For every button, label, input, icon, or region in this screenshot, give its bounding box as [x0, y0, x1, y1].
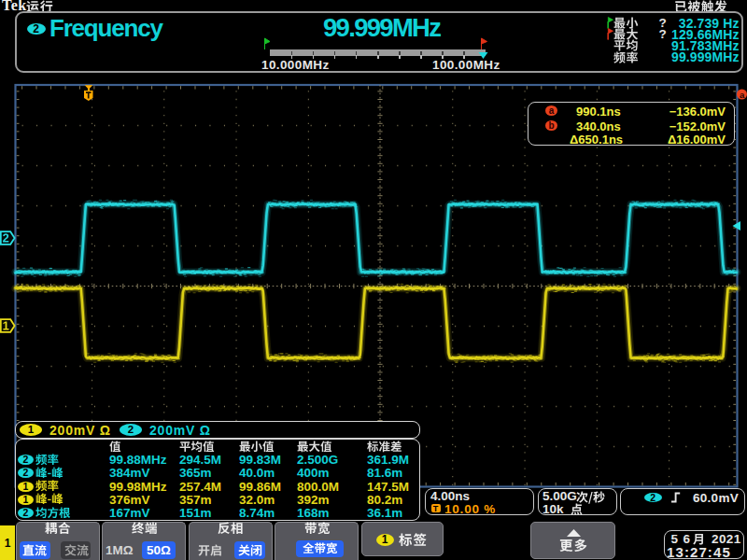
svg-text:a: a [740, 90, 745, 100]
